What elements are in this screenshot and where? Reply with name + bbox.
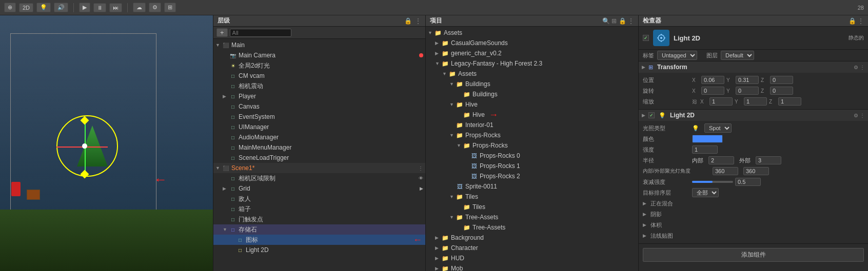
tree-item-main-camera[interactable]: 📷 Main Camera [213, 50, 425, 60]
tree-item-camera-shake[interactable]: □ 相机震动 [213, 81, 425, 91]
tree-item-eventsystem[interactable]: □ EventSystem [213, 112, 425, 122]
folder-legacy-fantasy[interactable]: ▼ 📁 Legacy-Fantasy - High Forest 2.3 [426, 58, 638, 69]
project-icons[interactable]: 🔍 ⊞ 🔒 ⋮ [602, 17, 634, 25]
scale-y-val[interactable]: 1 [744, 97, 767, 106]
object-active-checkbox[interactable]: ✓ [643, 35, 649, 41]
cloud-btn[interactable]: ☁ [133, 3, 146, 12]
tree-item-sceneloadtrigger[interactable]: □ SceneLoadTrigger [213, 153, 425, 163]
audio-btn[interactable]: 🔊 [54, 3, 68, 12]
folder-interior[interactable]: 📁 Interior-01 [426, 120, 638, 130]
pos-z-val[interactable]: 0 [770, 76, 793, 84]
tiles1-label: Tiles [465, 193, 478, 200]
settings-btn[interactable]: ⚙ [149, 3, 161, 12]
pos-x-val[interactable]: 0.06 [701, 76, 724, 84]
folder-props-rocks-1[interactable]: ▼ 📁 Props-Rocks [426, 130, 638, 140]
falloff-slider[interactable] [692, 181, 733, 183]
folder-hive-2[interactable]: 📁 Hive → [426, 110, 638, 120]
move-tool-btn[interactable]: ⊕ [4, 3, 16, 12]
tree-item-main[interactable]: ▼ ⬛ Main [213, 40, 425, 50]
folder-tiles-1[interactable]: ▼ 📁 Tiles [426, 192, 638, 202]
folder-hive-1[interactable]: ▼ 📁 Hive [426, 99, 638, 110]
scene1-menu-icon[interactable]: ⋮ [418, 165, 423, 171]
tree-item-mainmenumanager[interactable]: □ MainMenuManager [213, 142, 425, 153]
sceneloadtrigger-icon: □ [229, 154, 237, 162]
light2d-comp-header[interactable]: ▶ ✓ 💡 Light 2D ⚙ ⋮ [639, 110, 868, 121]
angle-value[interactable]: 360 [713, 167, 738, 175]
main-toolbar: ⊕ 2D 💡 🔊 ▶ ⏸ ⏭ ☁ ⚙ ⊞ 28 [0, 0, 868, 15]
outer-value[interactable]: 3 [756, 156, 781, 164]
tree-item-icon-obj[interactable]: □ 图标 ← [213, 235, 425, 245]
folder-assets[interactable]: ▼ 📁 Assets [426, 28, 638, 38]
rot-z-val[interactable]: 0 [770, 87, 793, 95]
tag-select[interactable]: Untagged [657, 51, 697, 60]
file-props-rocks-2[interactable]: 🖼 Props-Rocks 2 [426, 171, 638, 181]
tree-item-scene1[interactable]: ▼ ⬛ Scene1* ⋮ [213, 163, 425, 173]
folder-background[interactable]: ▶ 📁 Background [426, 233, 638, 243]
transform-options-icon[interactable]: ⚙ ⋮ [854, 65, 865, 70]
folder-character[interactable]: ▶ 📁 Character [426, 243, 638, 253]
tree-item-box[interactable]: □ 箱子 [213, 204, 425, 214]
hierarchy-lock-icon[interactable]: 🔒 [404, 17, 412, 25]
intensity-value[interactable]: 1 [692, 145, 718, 154]
tree-item-camera-area[interactable]: □ 相机区域限制 👁 [213, 173, 425, 183]
tree-item-cm-vcam[interactable]: □ CM vcam [213, 71, 425, 81]
tree-item-audiomanager[interactable]: □ AudioManager [213, 132, 425, 142]
falloff-value[interactable]: 0.5 [735, 178, 761, 186]
layers-btn[interactable]: ⊞ [164, 3, 176, 12]
pos-y-val[interactable]: 0.31 [736, 76, 759, 84]
folder-generic-char[interactable]: ▶ 📁 generic_char_v0.2 [426, 48, 638, 58]
scene-view[interactable]: ← [0, 15, 213, 271]
legacy-arrow: ▼ [435, 61, 441, 66]
props-rocks-sub-folder-icon: 📁 [463, 141, 471, 150]
rot-y-val[interactable]: 0 [736, 87, 759, 95]
scale-z-val[interactable]: 1 [778, 97, 801, 106]
folder-hud[interactable]: ▶ 📁 HUD [426, 253, 638, 263]
light-type-select[interactable]: Spot [704, 123, 732, 133]
inner-value[interactable]: 2 [708, 156, 734, 164]
folder-casualgamesounds[interactable]: ▶ 📁 CasualGameSounds [426, 38, 638, 48]
hierarchy-search-input[interactable] [230, 29, 291, 37]
hierarchy-add-btn[interactable]: + [216, 28, 228, 37]
file-props-rocks-0[interactable]: 🖼 Props-Rocks 0 [426, 151, 638, 161]
file-sprite-0011[interactable]: 🖼 Sprite-0011 [426, 181, 638, 192]
inspector-icons[interactable]: 🔒 ⋮ [849, 17, 864, 25]
color-swatch[interactable] [692, 135, 723, 143]
folder-props-rocks-sub[interactable]: ▼ 📁 Props-Rocks [426, 140, 638, 151]
target-layer-select[interactable]: 全部 [692, 188, 719, 197]
rot-x-val[interactable]: 0 [701, 87, 724, 95]
folder-tree-assets-1[interactable]: ▼ 📁 Tree-Assets [426, 212, 638, 222]
folder-mob[interactable]: ▶ 📁 Mob [426, 263, 638, 271]
tree-item-uimanager[interactable]: □ UIManager [213, 122, 425, 132]
tree-item-savestone[interactable]: ▼ □ 存储石 [213, 224, 425, 235]
tree-item-grid[interactable]: ▶ □ Grid ▶ [213, 183, 425, 194]
folder-buildings[interactable]: ▼ 📁 Buildings [426, 79, 638, 89]
tree-item-player[interactable]: ▶ □ Player [213, 91, 425, 101]
light2d-active-checkbox[interactable]: ✓ [648, 112, 655, 118]
tree-item-spawn[interactable]: □ 门触发点 [213, 214, 425, 224]
tree-item-enemy[interactable]: □ 敌人 [213, 194, 425, 204]
tree-item-global-light[interactable]: ☀ 全局2d灯光 [213, 60, 425, 71]
folder-assets-sub[interactable]: ▼ 📁 Assets [426, 69, 638, 79]
transform-header[interactable]: ▶ ⊞ Transform ⚙ ⋮ [639, 61, 868, 73]
light-btn[interactable]: 💡 [36, 3, 51, 12]
play-btn[interactable]: ▶ [79, 3, 90, 12]
folder-tree-assets-sub[interactable]: 📁 Tree-Assets [426, 222, 638, 233]
tree-item-light2d[interactable]: □ Light 2D [213, 245, 425, 255]
scene-background: ← [0, 15, 213, 271]
layer-select[interactable]: Default [721, 51, 754, 60]
step-btn[interactable]: ⏭ [109, 3, 122, 12]
folder-tiles-sub[interactable]: 📁 Tiles [426, 202, 638, 212]
generic-folder-icon: 📁 [441, 49, 449, 57]
hierarchy-menu-icon[interactable]: ⋮ [415, 17, 421, 25]
2d-toggle-btn[interactable]: 2D [19, 3, 33, 12]
scale-link-icon: ⛓ [692, 99, 697, 105]
file-props-rocks-1[interactable]: 🖼 Props-Rocks 1 [426, 161, 638, 171]
camera-area-eye[interactable]: 👁 [419, 176, 423, 181]
add-component-button[interactable]: 添加组件 [643, 248, 864, 262]
hive2-label: Hive [472, 111, 485, 118]
tree-item-canvas[interactable]: □ Canvas [213, 101, 425, 112]
pause-btn[interactable]: ⏸ [93, 3, 106, 12]
scale-x-val[interactable]: 1 [709, 97, 733, 106]
folder-buildings-sub[interactable]: 📁 Buildings [426, 89, 638, 99]
light2d-options-icon[interactable]: ⚙ ⋮ [854, 113, 865, 118]
